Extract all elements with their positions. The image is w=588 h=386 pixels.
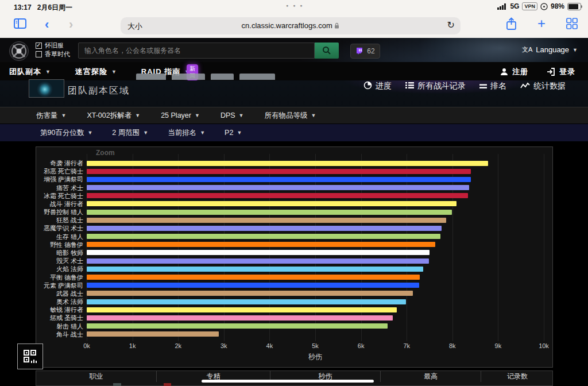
bar[interactable] [87, 242, 435, 247]
zone-thumbnail[interactable] [29, 79, 64, 98]
stats-icon [520, 82, 530, 91]
checkbox-unchecked-icon[interactable] [36, 51, 42, 57]
filter-primary-4[interactable]: 所有物品等级▼ [265, 111, 316, 121]
chevron-down-icon: ▼ [111, 69, 117, 75]
nav-item-1[interactable]: 迷宫探险▼ [75, 67, 117, 77]
bar[interactable] [87, 275, 420, 280]
gridline [269, 154, 270, 341]
forward-button[interactable]: › [69, 17, 73, 32]
battery-icon [567, 3, 581, 10]
warcraftlogs-logo-icon[interactable] [9, 41, 29, 61]
bar[interactable] [87, 299, 406, 304]
search-input[interactable] [78, 43, 315, 59]
search-button[interactable] [315, 43, 339, 59]
lock-icon [334, 22, 339, 29]
filter-primary-0[interactable]: 伤害量▼ [36, 111, 66, 121]
bar-label: 角斗 战士 [36, 330, 83, 338]
filter-secondary-1[interactable]: 2 周范围▼ [112, 128, 148, 138]
table-row [164, 383, 171, 386]
bar-label: 毁灭 术士 [36, 257, 83, 265]
back-button[interactable]: ‹ [45, 17, 49, 32]
bar[interactable] [87, 169, 471, 174]
bar-label: 平衡 德鲁伊 [36, 273, 83, 281]
bar[interactable] [87, 331, 219, 337]
filter-primary-3[interactable]: DPS▼ [220, 111, 244, 119]
user-icon [500, 68, 508, 76]
vpn-badge: VPN [522, 2, 537, 10]
login-button[interactable]: 登录 [547, 67, 575, 77]
x-axis-tick: 8k [449, 342, 456, 349]
filter-primary-1[interactable]: XT-002拆解者▼ [87, 111, 140, 121]
chevron-down-icon: ▼ [45, 69, 51, 75]
chevron-down-icon: ▼ [143, 130, 148, 136]
translate-icon: 文A [522, 45, 532, 54]
new-tab-icon[interactable]: + [537, 18, 546, 29]
zone-tab-2[interactable]: 排名 [479, 81, 506, 91]
gridline [315, 154, 316, 341]
date: 2月6日周一 [37, 3, 72, 11]
bar[interactable] [87, 201, 457, 206]
zone-subtitle: 团队副本区域 [68, 85, 130, 97]
url-bar[interactable]: 大小 cn.classic.warcraftlogs.com ↻ [121, 17, 461, 34]
bar-label: 敏锐 潜行者 [36, 306, 83, 314]
filter-primary-2[interactable]: 25 Player▼ [161, 111, 200, 119]
reload-button[interactable]: ↻ [447, 20, 455, 30]
bar[interactable] [87, 193, 468, 198]
bar[interactable] [87, 177, 471, 182]
bar-label: 元素 萨满祭司 [36, 281, 83, 290]
zone-tab-1[interactable]: 所有战斗记录 [405, 81, 466, 91]
zone-tabs: 进度所有战斗记录排名统计数据 [363, 81, 566, 91]
share-icon[interactable] [506, 17, 517, 30]
bar[interactable] [87, 315, 393, 321]
bar-label: 火焰 法师 [36, 265, 83, 273]
nav-item-0[interactable]: 团队副本▼ [9, 67, 51, 77]
bar-label: 野性 德鲁伊 [36, 241, 83, 249]
filter-secondary-0[interactable]: 第90百分位数▼ [40, 128, 92, 138]
chevron-down-icon: ▼ [239, 113, 244, 118]
horizontal-scrollbar[interactable] [202, 380, 374, 383]
bar[interactable] [87, 185, 469, 190]
bar[interactable] [87, 210, 452, 215]
bar[interactable] [87, 250, 430, 255]
checkbox-checked-icon[interactable] [36, 43, 42, 49]
bar[interactable] [87, 161, 488, 166]
bar[interactable] [87, 226, 442, 231]
bar-label: 恶魔学识 术士 [36, 224, 83, 232]
zone-tab-0[interactable]: 进度 [363, 81, 392, 91]
gridline [178, 154, 179, 341]
checkbox-vanilla[interactable]: 香草时代 [36, 51, 70, 58]
bar[interactable] [87, 323, 388, 329]
x-axis-tick: 0k [83, 342, 90, 349]
twitch-count: 62 [367, 47, 374, 55]
language-menu[interactable]: 文A Language ▼ [522, 45, 578, 54]
qr-code-button[interactable] [17, 343, 43, 369]
bar-label: 痛苦 术士 [36, 184, 83, 192]
x-axis-tick: 6k [358, 342, 365, 349]
nav-right-items: 注册 登录 [500, 67, 575, 77]
chevron-down-icon: ▼ [195, 113, 200, 118]
checkbox-classic[interactable]: 怀旧服 [36, 42, 70, 49]
filter-secondary-3[interactable]: P2▼ [225, 129, 242, 137]
bar[interactable] [87, 291, 413, 296]
register-button[interactable]: 注册 [500, 67, 528, 77]
gridline [544, 154, 544, 341]
bar-label: 武器 战士 [36, 290, 83, 298]
bar[interactable] [87, 234, 440, 239]
x-axis-tick: 9k [495, 342, 502, 349]
sidebar-toggle-button[interactable] [14, 18, 26, 31]
bar[interactable] [87, 283, 419, 288]
zone-tab-3[interactable]: 统计数据 [520, 81, 566, 91]
search-icon [322, 46, 331, 55]
tabs-icon[interactable] [566, 18, 578, 29]
x-axis-tick: 3k [220, 342, 227, 349]
twitch-badge[interactable]: 62 [350, 44, 380, 59]
filter-secondary-2[interactable]: 当前排名▼ [168, 128, 205, 138]
multitask-dots-icon: ● ● ● [286, 3, 304, 7]
chevron-down-icon: ▼ [87, 130, 92, 136]
bar[interactable] [87, 267, 423, 272]
dps-ranking-chart: Zoom 秒伤 0k1k2k3k4k5k6k7k8k9k10k奇袭 潜行者邪恶 … [36, 146, 553, 368]
bar[interactable] [87, 307, 397, 312]
bar[interactable] [87, 258, 429, 264]
bar[interactable] [87, 218, 446, 223]
chevron-down-icon: ▼ [200, 130, 205, 136]
